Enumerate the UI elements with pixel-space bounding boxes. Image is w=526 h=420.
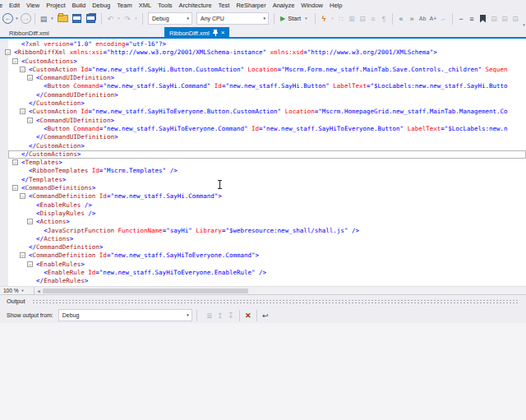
clear-bookmarks-icon[interactable]: ⊟	[510, 14, 520, 24]
code-line[interactable]: <EnableRule Id="new.new_staff.SayHiToEve…	[8, 269, 526, 277]
previous-message-icon[interactable]: ↥	[215, 311, 225, 321]
menu-help[interactable]: Help	[326, 2, 345, 9]
menu-edit[interactable]: Edit	[6, 2, 23, 9]
new-item-icon[interactable]: ▤	[39, 14, 48, 24]
fold-toggle-icon[interactable]: −	[20, 252, 25, 258]
code-line[interactable]: − <Actions>	[8, 218, 526, 226]
word-completion-icon[interactable]: A+	[428, 14, 438, 24]
new-item-dropdown-icon[interactable]: ▼	[49, 16, 55, 21]
quick-info-icon[interactable]: Ab	[418, 14, 427, 24]
code-line[interactable]: </CommandUIDefinition>	[8, 91, 526, 99]
format-document-icon[interactable]: ⊟	[358, 14, 367, 24]
menu-xml[interactable]: XML	[136, 2, 155, 9]
toggle-outlining-icon[interactable]: ∷	[336, 14, 346, 24]
solution-configurations-combo[interactable]: Debug ▼	[148, 12, 192, 25]
solution-platforms-combo[interactable]: Any CPU ▼	[196, 12, 269, 25]
pin-icon[interactable]	[213, 30, 218, 36]
fold-toggle-icon[interactable]: −	[27, 75, 33, 81]
output-content[interactable]	[0, 323, 526, 420]
fold-toggle-icon[interactable]: −	[20, 67, 25, 72]
toggle-bookmark-icon[interactable]	[480, 15, 486, 23]
close-icon[interactable]: ×	[221, 30, 225, 36]
increase-indent-icon[interactable]: ≡	[467, 14, 477, 24]
decrease-indent-icon[interactable]: −	[456, 14, 466, 24]
navigate-backward-icon[interactable]: ←	[2, 13, 13, 24]
scroll-left-arrow-icon[interactable]: ◀	[35, 288, 43, 293]
menu-debug[interactable]: Debug	[89, 2, 113, 9]
code-line[interactable]: </CustomActions>	[8, 150, 526, 159]
next-bookmark-icon[interactable]: ⊟	[500, 14, 510, 24]
fold-toggle-icon[interactable]: −	[27, 118, 33, 123]
fold-toggle-icon[interactable]: −	[12, 58, 18, 64]
menu-architecture[interactable]: Architecture	[176, 2, 215, 9]
comment-selection-icon[interactable]: ⌐	[439, 14, 449, 24]
redo-icon[interactable]: ↷	[122, 14, 132, 24]
save-icon[interactable]	[72, 14, 81, 23]
xml-editor[interactable]: <?xml version="1.0" encoding="utf-16"?>−…	[0, 39, 526, 286]
code-line[interactable]: − <CommandDefinition Id="new.new_staff.S…	[8, 192, 526, 201]
undo-icon[interactable]: ↶	[105, 14, 115, 24]
fold-toggle-icon[interactable]: −	[12, 159, 18, 165]
code-line[interactable]: − <CommandDefinition Id="new.new_staff.S…	[8, 252, 526, 260]
code-line[interactable]: <JavaScriptFunction FunctionName="sayHi"…	[8, 227, 526, 235]
code-line[interactable]: −<RibbonDiffXml xmlns:xsi="http://www.w3…	[8, 48, 526, 57]
save-all-icon[interactable]	[86, 14, 95, 23]
code-line[interactable]: <?xml version="1.0" encoding="utf-16"?>	[8, 40, 526, 48]
menu-project[interactable]: Project	[43, 2, 68, 9]
undo-dropdown-icon[interactable]: ▼	[116, 16, 122, 21]
code-line[interactable]: − <CustomAction Id="new.new_staff.SayHiT…	[8, 108, 526, 116]
open-file-icon[interactable]	[58, 15, 68, 22]
menu-resharper[interactable]: ReSharper	[233, 2, 269, 9]
code-line[interactable]: <Button Command="new.new_staff.SayHi.Com…	[8, 82, 526, 90]
code-line[interactable]: </CustomAction>	[8, 142, 526, 150]
menu-test[interactable]: Test	[215, 2, 233, 9]
code-line[interactable]: <DisplayRules />	[8, 210, 526, 218]
code-line[interactable]: <RibbonTemplates Id="Mscrm.Templates" />	[8, 167, 526, 175]
start-debugging-button[interactable]: ▶ Start ▼	[278, 15, 311, 22]
fold-toggle-icon[interactable]: −	[5, 49, 11, 55]
previous-bookmark-icon[interactable]: ⊟	[489, 14, 499, 24]
intellitrace-icon[interactable]: ϟ	[319, 14, 329, 24]
code-line[interactable]: </CustomAction>	[8, 99, 526, 108]
navigate-forward-icon[interactable]: →	[21, 13, 31, 24]
code-line[interactable]: − <CommandDefinitions>	[8, 184, 526, 192]
code-line[interactable]: − <CustomActions>	[8, 58, 526, 66]
code-line[interactable]: − <Templates>	[8, 159, 526, 167]
indent-guides-icon[interactable]: ¶	[379, 14, 389, 24]
menu-build[interactable]: Build	[69, 2, 90, 9]
menu-analyze[interactable]: Analyze	[270, 2, 298, 9]
code-line[interactable]: − <CommandUIDefinition>	[8, 74, 526, 82]
collapse-definitions-icon[interactable]: ⊞	[347, 14, 357, 24]
display-member-list-icon[interactable]: «	[396, 14, 406, 24]
code-line[interactable]: </CommandUIDefinition>	[8, 133, 526, 141]
code-line[interactable]: − <CommandUIDefinition>	[8, 117, 526, 125]
navigate-backward-dropdown-icon[interactable]: ▼	[14, 16, 20, 21]
menu-window[interactable]: Window	[298, 2, 326, 9]
code-line[interactable]: − <EnableRules>	[8, 261, 526, 269]
code-line[interactable]: <EnableRules />	[8, 201, 526, 210]
code-line[interactable]: </Templates>	[8, 176, 526, 184]
fold-toggle-icon[interactable]: −	[20, 193, 25, 199]
code-line[interactable]: </CommandDefinition>	[8, 243, 526, 252]
next-message-icon[interactable]: ↧	[226, 311, 236, 321]
menu-file[interactable]: File	[0, 2, 6, 9]
toggle-word-wrap-icon[interactable]: ↩	[261, 311, 270, 321]
output-source-combo[interactable]: Debug ▼	[58, 309, 192, 321]
redo-dropdown-icon[interactable]: ▼	[133, 16, 139, 21]
output-panel-header[interactable]: Output	[0, 295, 526, 307]
menu-team[interactable]: Team	[113, 2, 135, 9]
fold-toggle-icon[interactable]: −	[20, 108, 25, 114]
menu-view[interactable]: View	[23, 2, 43, 9]
code-line[interactable]: − <CustomAction Id="new.new_staff.SayHi.…	[8, 66, 526, 74]
fold-toggle-icon[interactable]: −	[27, 219, 33, 224]
menu-tools[interactable]: Tools	[155, 2, 176, 9]
horizontal-scrollbar-thumb[interactable]	[43, 288, 248, 293]
show-whitespace-icon[interactable]: ≡	[368, 14, 378, 24]
editor-zoom-combo[interactable]: 100 % ▼	[0, 287, 35, 294]
clear-all-output-icon[interactable]: ✕	[243, 311, 253, 321]
fold-toggle-icon[interactable]: −	[27, 261, 33, 267]
find-message-icon[interactable]: ≣	[205, 311, 215, 321]
code-line[interactable]: </EnableRules>	[8, 277, 526, 285]
code-area[interactable]: <?xml version="1.0" encoding="utf-16"?>−…	[8, 40, 526, 286]
intellitrace-dropdown-icon[interactable]: ▼	[330, 16, 335, 21]
